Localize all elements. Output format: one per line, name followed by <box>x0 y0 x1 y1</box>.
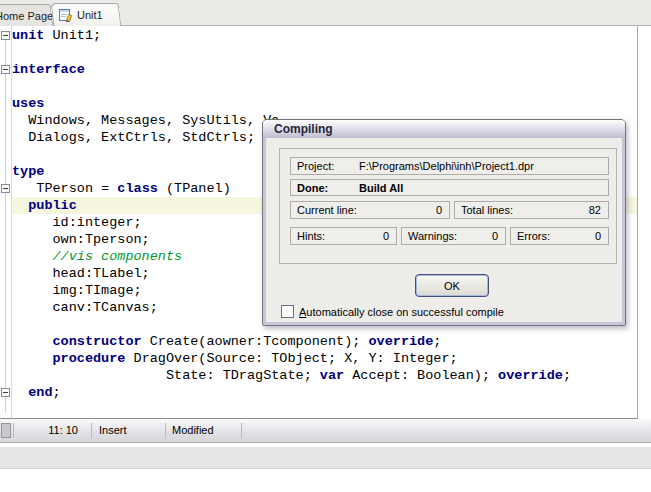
hints-label: Hints: <box>297 230 325 242</box>
tab-unit1[interactable]: Unit1 <box>51 3 122 26</box>
tab-home-page-label: Home Page <box>0 10 53 22</box>
code-line <box>12 78 637 95</box>
status-bar: 11: 10 Insert Modified Code Design Histo… <box>0 419 651 443</box>
compile-stats-group: Project: F:\Programs\Delphi\inh\Project1… <box>279 148 617 264</box>
tab-home-page[interactable]: Home Page <box>0 4 53 26</box>
status-separator <box>13 423 14 438</box>
total-lines-panel: Total lines: 82 <box>454 201 609 219</box>
done-panel: Done: Build All <box>290 179 609 196</box>
dialog-client: Project: F:\Programs\Delphi\inh\Project1… <box>266 138 622 322</box>
compiling-dialog: Compiling Project: F:\Programs\Delphi\in… <box>262 119 626 326</box>
current-line-panel: Current line: 0 <box>290 201 450 219</box>
fold-collapse-icon[interactable] <box>1 65 10 74</box>
auto-close-checkbox[interactable] <box>281 305 294 318</box>
code-line: procedure DragOver(Source: TObject; X, Y… <box>12 350 637 367</box>
status-separator <box>91 423 92 438</box>
dialog-titlebar[interactable]: Compiling <box>263 120 625 138</box>
fold-collapse-icon[interactable] <box>1 388 10 397</box>
docked-panel-strip <box>0 446 651 469</box>
current-line-label: Current line: <box>297 204 357 216</box>
modified-flag: Modified <box>172 424 214 436</box>
project-path: F:\Programs\Delphi\inh\Project1.dpr <box>359 160 534 172</box>
current-line-value: 0 <box>436 204 442 216</box>
code-line: constructor Create(aowner:Tcomponent); o… <box>12 333 637 350</box>
fold-collapse-icon[interactable] <box>1 184 10 193</box>
code-line: uses <box>12 95 637 112</box>
auto-close-checkbox-row: Automatically close on successful compil… <box>281 305 504 318</box>
hints-panel: Hints: 0 <box>290 227 397 245</box>
project-panel: Project: F:\Programs\Delphi\inh\Project1… <box>290 157 609 175</box>
tab-unit1-label: Unit1 <box>77 9 103 21</box>
editor-tab-bar: Home Page Unit1 <box>0 0 651 26</box>
errors-label: Errors: <box>517 230 550 242</box>
caret-position: 11: 10 <box>20 424 78 436</box>
fold-connector-line <box>5 40 6 412</box>
warnings-value: 0 <box>492 230 498 242</box>
hints-value: 0 <box>383 230 389 242</box>
code-line: State: TDragState; var Accept: Boolean);… <box>12 367 637 384</box>
errors-panel: Errors: 0 <box>510 227 609 245</box>
code-line <box>12 44 637 61</box>
total-lines-value: 82 <box>589 204 601 216</box>
status-grip <box>1 423 11 438</box>
code-line: unit Unit1; <box>12 27 637 44</box>
errors-value: 0 <box>595 230 601 242</box>
warnings-panel: Warnings: 0 <box>401 227 506 245</box>
project-label: Project: <box>297 160 334 172</box>
delphi-ide-window: Home Page Unit1 unit Unit1;interfaceuses… <box>0 0 651 492</box>
code-line: interface <box>12 61 637 78</box>
fold-collapse-icon[interactable] <box>1 31 10 40</box>
done-label: Done: <box>297 182 328 194</box>
auto-close-checkbox-label: Automatically close on successful compil… <box>299 306 504 318</box>
done-value: Build All <box>359 182 403 194</box>
insert-mode: Insert <box>99 424 127 436</box>
warnings-label: Warnings: <box>408 230 457 242</box>
total-lines-label: Total lines: <box>461 204 513 216</box>
code-line: end; <box>12 384 637 401</box>
status-separator <box>165 423 166 438</box>
status-separator <box>241 423 242 438</box>
dialog-title: Compiling <box>274 122 333 136</box>
unit-file-icon <box>58 7 74 23</box>
ok-button[interactable]: OK <box>415 274 489 297</box>
